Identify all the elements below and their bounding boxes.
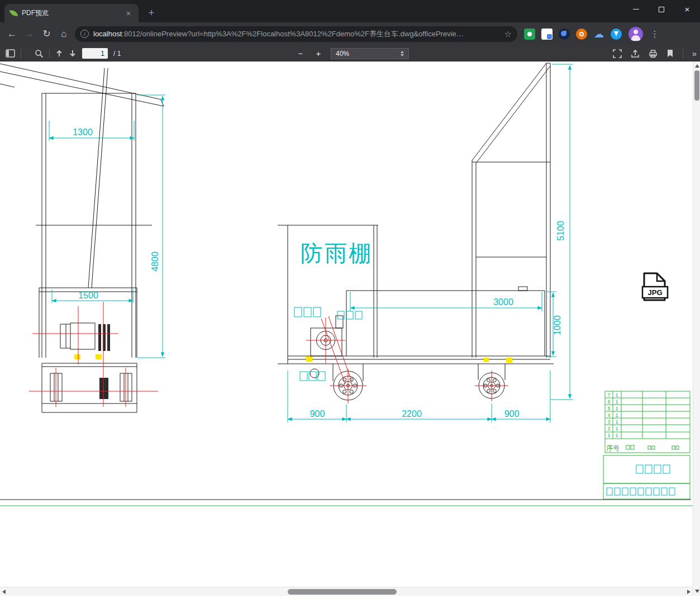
jpg-badge-label: JPG xyxy=(647,288,662,297)
print-icon[interactable] xyxy=(649,49,658,58)
search-icon[interactable] xyxy=(35,49,44,58)
zoom-out-button[interactable]: − xyxy=(295,49,306,58)
url-path: :8012/onlinePreview?url=http%3A%2F%2Floc… xyxy=(122,30,463,38)
maximize-icon xyxy=(659,7,664,12)
jpg-file-icon: JPG xyxy=(642,273,668,300)
dim-5100-label: 5100 xyxy=(556,221,565,241)
profile-avatar[interactable] xyxy=(628,27,643,41)
tab-close-icon[interactable]: × xyxy=(124,8,133,18)
row-number: 3 xyxy=(607,419,610,425)
reload-button[interactable]: ↻ xyxy=(38,25,55,42)
bookmark-star-icon[interactable]: ☆ xyxy=(504,29,512,39)
scroll-left-icon[interactable] xyxy=(2,590,6,594)
home-button[interactable]: ⌂ xyxy=(55,25,73,42)
scroll-right-icon[interactable] xyxy=(687,590,691,594)
dim-900-left-label: 900 xyxy=(310,409,325,419)
dim-2200-label: 2200 xyxy=(402,409,422,419)
presentation-mode-icon[interactable] xyxy=(613,49,622,58)
bookmark-icon[interactable] xyxy=(666,49,674,58)
dim-4800-label: 4800 xyxy=(150,251,160,272)
horizontal-scrollbar[interactable] xyxy=(0,587,693,596)
row-number: 4 xyxy=(607,412,610,418)
row-qty: 1 xyxy=(615,406,618,411)
row-number: 7 xyxy=(607,392,610,398)
next-page-icon[interactable] xyxy=(69,49,77,58)
table-header-serial: 序号 xyxy=(606,444,620,452)
row-qty: 1 xyxy=(615,399,618,405)
row-number: 2 xyxy=(607,426,610,431)
row-qty: 1 xyxy=(615,419,618,425)
extension-icon-dark-orb[interactable] xyxy=(559,29,570,40)
url-host: localhost xyxy=(93,30,122,38)
scroll-up-icon[interactable] xyxy=(695,64,699,68)
row-qty: 1 xyxy=(615,392,618,398)
row-qty: 1 xyxy=(615,433,618,438)
address-bar[interactable]: i localhost:8012/onlinePreview?url=http%… xyxy=(75,26,517,42)
cad-drawing: 1300 4800 1500 xyxy=(0,61,693,587)
side-view: 防雨棚 3000 1000 5100 900 2200 900 xyxy=(278,63,573,422)
browser-menu-icon[interactable]: ⋮ xyxy=(647,27,662,41)
tab-favicon-leaf-icon xyxy=(9,9,18,17)
extension-icon-green[interactable] xyxy=(524,29,535,40)
dim-900-right-label: 900 xyxy=(504,409,520,419)
tab-strip: PDF预览 × + × xyxy=(0,0,700,22)
dim-1300-label: 1300 xyxy=(73,127,93,137)
dim-1000-label: 1000 xyxy=(553,315,562,335)
browser-toolbar: ← → ↻ ⌂ i localhost:8012/onlinePreview?u… xyxy=(0,22,700,45)
zoom-value: 40% xyxy=(336,50,401,58)
previous-page-icon[interactable] xyxy=(55,49,63,58)
vertical-scrollbar-thumb[interactable] xyxy=(694,70,699,101)
row-qty: 1 xyxy=(615,412,618,418)
extension-icon-cloud[interactable]: ☁ xyxy=(593,29,604,40)
row-number: 6 xyxy=(607,399,610,405)
open-file-icon[interactable] xyxy=(631,49,640,58)
toolbar-divider xyxy=(21,49,21,58)
url-text: localhost:8012/onlinePreview?url=http%3A… xyxy=(93,29,500,39)
centerlines xyxy=(29,302,158,407)
dim-3000-label: 3000 xyxy=(493,297,513,307)
minimize-icon xyxy=(633,9,639,10)
front-view: 1300 4800 1500 xyxy=(0,64,165,412)
new-tab-button[interactable]: + xyxy=(144,6,159,20)
page-total-label: / 1 xyxy=(113,50,121,58)
row-qty: 1 xyxy=(615,426,618,431)
extension-icon-blue[interactable] xyxy=(611,29,622,40)
sidebar-toggle-icon[interactable] xyxy=(6,49,15,58)
horizontal-scrollbar-thumb[interactable] xyxy=(288,589,397,595)
vertical-scrollbar[interactable] xyxy=(693,61,700,596)
scroll-down-icon[interactable] xyxy=(695,590,699,593)
dim-1500-label: 1500 xyxy=(78,291,98,300)
row-number: 1 xyxy=(607,433,610,438)
row-number: 5 xyxy=(607,406,610,411)
toolbar-divider xyxy=(683,49,683,58)
extension-icon-translate[interactable] xyxy=(541,29,553,40)
zoom-in-button[interactable]: + xyxy=(313,49,324,58)
parts-table: 7 6 5 4 3 2 1 1 1 1 1 1 1 1 序号 xyxy=(603,391,690,499)
more-tools-icon[interactable]: » xyxy=(692,49,697,58)
browser-tab[interactable]: PDF预览 × xyxy=(4,4,139,22)
pdf-toolbar: / 1 − + 40% » xyxy=(0,45,700,61)
pdf-page-canvas: 1300 4800 1500 xyxy=(0,61,700,603)
site-info-icon[interactable]: i xyxy=(80,30,89,38)
forward-button[interactable]: → xyxy=(21,25,38,42)
minimize-button[interactable] xyxy=(623,0,649,18)
back-button[interactable]: ← xyxy=(3,25,21,42)
rain-shelter-label: 防雨棚 xyxy=(301,241,373,265)
extension-icon-orange[interactable] xyxy=(576,29,587,40)
extension-area: ☁ xyxy=(524,29,622,40)
maximize-button[interactable] xyxy=(649,0,674,18)
zoom-select-arrows-icon xyxy=(401,51,404,56)
window-controls: × xyxy=(623,0,700,18)
tab-title: PDF预览 xyxy=(22,8,120,18)
zoom-select[interactable]: 40% xyxy=(331,48,409,59)
page-number-input[interactable] xyxy=(82,48,108,59)
close-button[interactable]: × xyxy=(674,0,700,18)
toolbar-divider xyxy=(49,49,50,58)
centerlines xyxy=(306,316,508,403)
